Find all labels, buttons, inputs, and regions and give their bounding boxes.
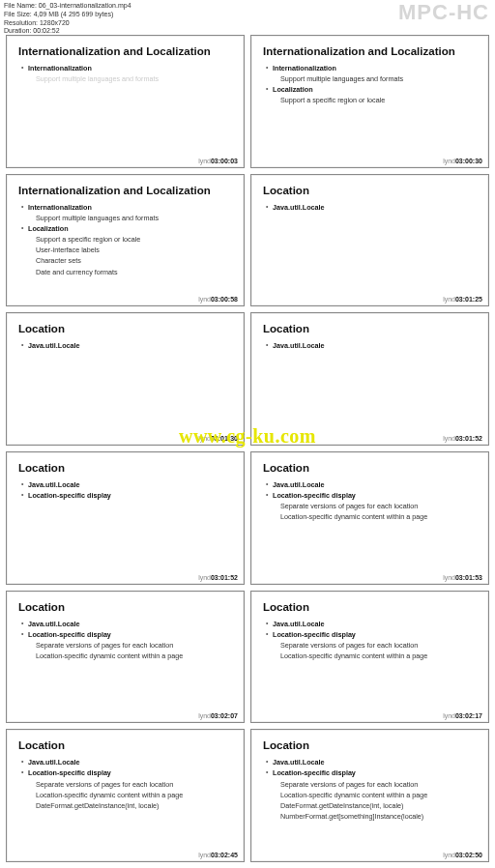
meta-resolution: Resolution: 1280x720: [4, 19, 131, 28]
slide-title: Internationalization and Localization: [263, 45, 477, 57]
slide-brand: lynd03:01:25: [443, 296, 482, 303]
slide-brand: lynd03:02:50: [443, 852, 482, 858]
bullet-item: Location-specific display: [263, 490, 477, 501]
bullet-item: Java.util.Locale: [18, 757, 232, 767]
slide-bullets: Java.util.Locale: [263, 202, 477, 213]
thumbnail-slide[interactable]: LocationJava.util.Localelynd03:01:30: [6, 312, 245, 446]
slide-bullets: InternationalizationSupport multiple lan…: [18, 63, 232, 84]
meta-file-name: File Name: 06_03-internationalization.mp…: [4, 2, 131, 11]
thumbnail-grid: Internationalization and LocalizationInt…: [6, 35, 489, 862]
bullet-item: Location-specific display: [18, 490, 232, 501]
bullet-item: Separate versions of pages for each loca…: [18, 640, 232, 651]
thumbnail-slide[interactable]: LocationJava.util.LocaleLocation-specifi…: [250, 591, 489, 724]
bullet-item: Internationalization: [18, 202, 232, 213]
thumbnail-slide[interactable]: LocationJava.util.LocaleLocation-specifi…: [6, 729, 245, 862]
slide-title: Location: [263, 185, 477, 196]
slide-timestamp: 03:01:30: [211, 435, 238, 442]
bullet-item: Location-specific dynamic content within…: [18, 790, 232, 800]
slide-timestamp: 03:02:45: [211, 852, 238, 858]
bullet-item: Date and currency formats: [18, 267, 232, 277]
bullet-item: Java.util.Locale: [263, 757, 477, 767]
bullet-item: Support multiple languages and formats: [263, 73, 477, 84]
thumbnail-slide[interactable]: Internationalization and LocalizationInt…: [6, 174, 245, 307]
bullet-item: Localization: [18, 223, 232, 234]
bullet-item: Support multiple languages and formats: [18, 213, 232, 223]
slide-title: Internationalization and Localization: [18, 45, 232, 57]
slide-title: Location: [18, 462, 232, 474]
bullet-item: Location-specific display: [18, 767, 232, 778]
slide-timestamp: 03:02:07: [211, 712, 238, 719]
slide-brand: lynd03:02:45: [198, 852, 238, 858]
bullet-item: Internationalization: [18, 63, 232, 73]
thumbnail-slide[interactable]: LocationJava.util.LocaleLocation-specifi…: [250, 729, 489, 862]
bullet-item: NumberFormat.get[something]Instance(loca…: [263, 811, 477, 822]
bullet-item: Support a specific region or locale: [18, 234, 232, 245]
thumbnail-slide[interactable]: LocationJava.util.Localelynd03:01:52: [250, 312, 489, 446]
slide-brand: lynd03:01:53: [443, 574, 482, 581]
bullet-item: Separate versions of pages for each loca…: [263, 640, 477, 651]
bullet-item: Location-specific display: [263, 767, 477, 778]
bullet-item: Java.util.Locale: [18, 340, 232, 351]
thumbnail-slide[interactable]: Internationalization and LocalizationInt…: [250, 35, 489, 168]
slide-timestamp: 03:01:25: [455, 296, 482, 303]
thumbnail-slide[interactable]: LocationJava.util.LocaleLocation-specifi…: [6, 451, 245, 585]
bullet-item: Location-specific display: [18, 629, 232, 640]
bullet-item: Separate versions of pages for each loca…: [263, 779, 477, 790]
bullet-item: Java.util.Locale: [18, 619, 232, 629]
slide-timestamp: 03:02:17: [455, 712, 482, 719]
thumbnail-slide[interactable]: LocationJava.util.Localelynd03:01:25: [250, 174, 489, 307]
bullet-item: Java.util.Locale: [18, 479, 232, 490]
bullet-item: DateFormat.getDateInstance(int, locale): [263, 800, 477, 811]
bullet-item: Separate versions of pages for each loca…: [18, 779, 232, 790]
slide-timestamp: 03:00:58: [211, 296, 238, 303]
app-title: MPC-HC: [398, 0, 489, 25]
slide-brand: lynd03:01:30: [198, 435, 238, 442]
thumbnail-slide[interactable]: LocationJava.util.LocaleLocation-specifi…: [6, 591, 245, 724]
bullet-item: Location-specific dynamic content within…: [263, 790, 477, 800]
bullet-item: Location-specific dynamic content within…: [263, 511, 477, 522]
bullet-item: User-interface labels: [18, 245, 232, 255]
slide-bullets: Java.util.LocaleLocation-specific displa…: [18, 619, 232, 662]
slide-title: Location: [18, 739, 232, 751]
slide-timestamp: 03:02:50: [455, 852, 482, 858]
meta-file-size: File Size: 4,09 MB (4 295 699 bytes): [4, 11, 131, 19]
bullet-item: Java.util.Locale: [263, 202, 477, 213]
slide-bullets: Java.util.Locale: [263, 340, 477, 351]
slide-bullets: Java.util.LocaleLocation-specific displa…: [263, 757, 477, 822]
slide-brand: lynd03:00:58: [198, 296, 238, 303]
slide-brand: lynd03:00:03: [198, 158, 238, 164]
slide-brand: lynd03:02:07: [198, 712, 238, 719]
slide-brand: lynd03:01:52: [443, 435, 482, 442]
slide-bullets: Java.util.LocaleLocation-specific displa…: [18, 757, 232, 811]
slide-bullets: Java.util.LocaleLocation-specific displa…: [263, 619, 477, 662]
slide-bullets: Java.util.Locale: [18, 340, 232, 351]
thumbnail-slide[interactable]: Internationalization and LocalizationInt…: [6, 35, 245, 168]
file-meta: File Name: 06_03-internationalization.mp…: [4, 2, 131, 36]
slide-brand: lynd03:01:52: [198, 574, 238, 581]
bullet-item: Location-specific dynamic content within…: [263, 651, 477, 661]
bullet-item: Localization: [263, 84, 477, 95]
slide-title: Location: [263, 601, 477, 613]
bullet-item: Support multiple languages and formats: [18, 73, 232, 84]
slide-title: Location: [263, 739, 477, 751]
bullet-item: Location-specific dynamic content within…: [18, 651, 232, 661]
slide-title: Internationalization and Localization: [18, 185, 232, 196]
slide-brand: lynd03:02:17: [443, 712, 482, 719]
slide-bullets: InternationalizationSupport multiple lan…: [263, 63, 477, 106]
slide-timestamp: 03:01:53: [455, 574, 482, 581]
slide-bullets: Java.util.LocaleLocation-specific displa…: [18, 479, 232, 501]
thumbnail-slide[interactable]: LocationJava.util.LocaleLocation-specifi…: [250, 451, 489, 585]
slide-brand: lynd03:00:30: [443, 158, 482, 164]
slide-timestamp: 03:01:52: [455, 435, 482, 442]
bullet-item: Java.util.Locale: [263, 479, 477, 490]
bullet-item: Internationalization: [263, 63, 477, 73]
bullet-item: DateFormat.getDateInstance(int, locale): [18, 800, 232, 811]
slide-timestamp: 03:00:03: [211, 158, 238, 164]
bullet-item: Location-specific display: [263, 629, 477, 640]
slide-title: Location: [18, 601, 232, 613]
bullet-item: Character sets: [18, 255, 232, 266]
slide-title: Location: [18, 323, 232, 334]
slide-title: Location: [263, 323, 477, 334]
slide-title: Location: [263, 462, 477, 474]
bullet-item: Java.util.Locale: [263, 619, 477, 629]
